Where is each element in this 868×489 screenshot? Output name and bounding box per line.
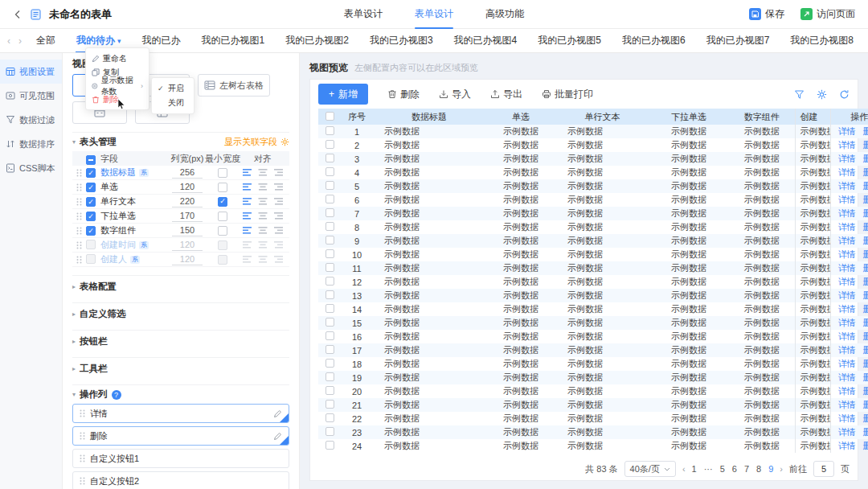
view-type-tree-table-card[interactable]: 左树右表格 xyxy=(198,74,270,97)
tab-form-design-2[interactable]: 表单设计 xyxy=(415,0,453,29)
row-delete-link[interactable]: 删除 xyxy=(863,413,868,423)
row-detail-link[interactable]: 详情 xyxy=(838,181,856,191)
row-checkbox[interactable] xyxy=(326,331,334,340)
action-button-card[interactable]: 自定义按钮2 xyxy=(72,471,289,489)
row-checkbox[interactable] xyxy=(326,386,334,395)
submenu-item-off[interactable]: 关闭 xyxy=(152,96,194,110)
config-section-row[interactable]: ▸ 工具栏 xyxy=(72,357,289,376)
row-checkbox[interactable] xyxy=(326,126,334,135)
field-visible-checkbox[interactable]: ✓ xyxy=(86,226,96,236)
align-left-icon[interactable] xyxy=(243,212,252,220)
next-page-icon[interactable]: › xyxy=(780,464,783,474)
row-delete-link[interactable]: 删除 xyxy=(863,154,868,163)
config-section-row[interactable]: ▸ 按钮栏 xyxy=(72,330,289,349)
row-checkbox[interactable] xyxy=(326,359,334,368)
row-detail-link[interactable]: 详情 xyxy=(838,304,856,314)
row-delete-link[interactable]: 删除 xyxy=(863,441,868,450)
config-section-row[interactable]: ▸ 自定义筛选 xyxy=(72,302,289,322)
row-detail-link[interactable]: 详情 xyxy=(838,441,856,450)
row-detail-link[interactable]: 详情 xyxy=(838,167,856,177)
field-visible-checkbox[interactable]: ✓ xyxy=(86,240,96,249)
align-center-icon[interactable] xyxy=(258,198,268,205)
page-number[interactable]: 9 xyxy=(768,464,773,474)
row-delete-link[interactable]: 删除 xyxy=(863,181,868,191)
row-detail-link[interactable]: 详情 xyxy=(838,236,856,245)
align-left-icon[interactable] xyxy=(243,256,252,263)
align-right-icon[interactable] xyxy=(273,227,283,234)
column-width-input[interactable]: 256 xyxy=(172,167,203,179)
row-detail-link[interactable]: 详情 xyxy=(838,140,856,150)
align-center-icon[interactable] xyxy=(258,183,268,191)
row-checkbox[interactable] xyxy=(326,222,334,231)
show-related-fields-link[interactable]: 显示关联字段 xyxy=(224,136,289,148)
drag-handle-icon[interactable] xyxy=(76,241,86,249)
row-checkbox[interactable] xyxy=(326,195,334,203)
row-checkbox[interactable] xyxy=(326,249,334,258)
align-right-icon[interactable] xyxy=(273,212,283,220)
drag-handle-icon[interactable] xyxy=(76,212,86,220)
row-delete-link[interactable]: 删除 xyxy=(863,126,868,136)
field-visible-checkbox[interactable]: ✓ xyxy=(86,168,96,178)
view-tab[interactable]: 我的已办视图4 xyxy=(444,29,528,53)
row-checkbox[interactable] xyxy=(326,400,334,409)
page-number[interactable]: 6 xyxy=(732,464,737,474)
row-checkbox[interactable] xyxy=(326,154,334,162)
row-delete-link[interactable]: 删除 xyxy=(863,208,868,218)
row-detail-link[interactable]: 详情 xyxy=(838,126,856,136)
field-visible-checkbox[interactable]: ✓ xyxy=(86,212,96,221)
drag-handle-icon[interactable] xyxy=(80,432,85,440)
action-button-card[interactable]: 删除 xyxy=(72,426,289,446)
column-width-input[interactable]: 170 xyxy=(172,211,203,222)
row-detail-link[interactable]: 详情 xyxy=(838,400,856,409)
row-detail-link[interactable]: 详情 xyxy=(838,345,856,355)
row-delete-link[interactable]: 删除 xyxy=(863,372,868,382)
align-right-icon[interactable] xyxy=(273,198,283,205)
min-width-checkbox[interactable]: ✓ xyxy=(218,183,227,192)
row-detail-link[interactable]: 详情 xyxy=(838,277,856,286)
menu-item-rename[interactable]: 重命名 xyxy=(86,51,149,65)
align-center-icon[interactable] xyxy=(258,169,268,176)
row-delete-link[interactable]: 删除 xyxy=(863,290,868,300)
filter-icon[interactable] xyxy=(794,89,805,100)
header-management-section[interactable]: ▾ 表头管理 显示关联字段 xyxy=(72,132,289,148)
drag-handle-icon[interactable] xyxy=(76,198,86,206)
row-checkbox[interactable] xyxy=(326,208,334,217)
sidebar-item-data-sort[interactable]: 数据排序 xyxy=(0,132,62,156)
sidebar-item-view-settings[interactable]: 视图设置 xyxy=(0,60,62,84)
row-delete-link[interactable]: 删除 xyxy=(863,167,868,177)
row-delete-link[interactable]: 删除 xyxy=(863,427,868,437)
min-width-checkbox[interactable]: ✓ xyxy=(218,212,227,221)
select-all-fields-checkbox[interactable] xyxy=(86,155,96,165)
view-tab[interactable]: 我的已办视图5 xyxy=(527,29,612,53)
row-checkbox[interactable] xyxy=(326,140,334,149)
sidebar-item-visible-range[interactable]: 可见范围 xyxy=(0,84,62,108)
row-delete-link[interactable]: 删除 xyxy=(863,236,868,245)
config-section-row[interactable]: ▸ 表格配置 xyxy=(72,275,289,294)
submenu-item-on[interactable]: ✓ 开启 xyxy=(152,81,194,96)
back-icon[interactable] xyxy=(13,10,23,19)
drag-handle-icon[interactable] xyxy=(76,183,86,191)
align-left-icon[interactable] xyxy=(243,227,252,234)
view-tab[interactable]: 我的已办视图8 xyxy=(780,29,864,53)
import-button[interactable]: 导入 xyxy=(439,88,471,101)
refresh-icon[interactable] xyxy=(839,89,850,100)
row-delete-link[interactable]: 删除 xyxy=(863,331,868,341)
row-checkbox[interactable] xyxy=(326,318,334,327)
help-icon[interactable]: ? xyxy=(112,390,121,400)
align-left-icon[interactable] xyxy=(243,198,252,205)
align-left-icon[interactable] xyxy=(243,241,252,249)
row-checkbox[interactable] xyxy=(326,277,334,286)
drag-handle-icon[interactable] xyxy=(76,256,86,264)
align-right-icon[interactable] xyxy=(273,183,283,191)
sidebar-item-css-script[interactable]: CSS脚本 xyxy=(0,156,62,180)
column-width-input[interactable]: 120 xyxy=(172,240,203,251)
align-center-icon[interactable] xyxy=(258,256,268,263)
row-delete-link[interactable]: 删除 xyxy=(863,263,868,273)
align-right-icon[interactable] xyxy=(273,256,283,263)
select-all-rows-checkbox[interactable] xyxy=(326,112,334,121)
row-delete-link[interactable]: 删除 xyxy=(863,386,868,396)
align-center-icon[interactable] xyxy=(258,241,268,249)
align-right-icon[interactable] xyxy=(273,169,283,176)
tab-form-design-1[interactable]: 表单设计 xyxy=(344,0,383,29)
column-width-input[interactable]: 120 xyxy=(172,182,203,193)
